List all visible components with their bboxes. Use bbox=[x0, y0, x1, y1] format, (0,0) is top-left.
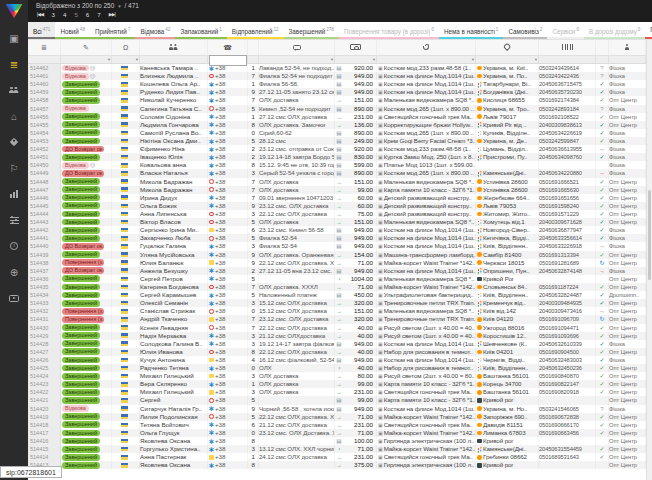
order-row[interactable]: 514440 ДО Возврат ок.. Гуцалюк Галина ∗+… bbox=[28, 242, 646, 250]
delivery-cell[interactable]: Опришени, Пун.. bbox=[476, 267, 539, 275]
order-row[interactable]: 514424 Завершений Михаил Гилецький +38 3… bbox=[28, 372, 646, 380]
order-row[interactable]: 514419 Завершений Лилия Подолинская +38 … bbox=[28, 413, 646, 421]
phone-cell[interactable]: ∗+38 bbox=[208, 80, 248, 88]
order-comment[interactable]: 23.12 смс. ОЛХ доставка bbox=[259, 202, 335, 210]
product-cell[interactable]: ▣Маленькая видеокамера SQ8 *.. bbox=[377, 96, 476, 104]
customer-name[interactable]: Радченко Тетяна bbox=[140, 364, 208, 372]
order-row[interactable]: 514457 Відмова Сапегина Татьяна С.. +38 … bbox=[28, 105, 646, 113]
column-filter-total[interactable]: ▾ bbox=[335, 56, 377, 63]
delivery-cell[interactable]: Камянське(Дні.. bbox=[476, 169, 539, 177]
delivery-cell[interactable]: Шевченкове (К.. bbox=[476, 340, 539, 348]
status-cell[interactable]: Завершений bbox=[61, 186, 112, 194]
order-row[interactable]: 514445 Завершений Ольга Божик ∗+38 9 23.… bbox=[28, 202, 646, 210]
tab-Нема в наявності[interactable]: Нема в наявності1 bbox=[439, 22, 503, 39]
phone-cell[interactable]: +38 bbox=[208, 413, 248, 421]
product-cell[interactable]: ▣Платье Мод 1013 (1шт. х 599.00.. bbox=[377, 161, 476, 169]
delivery-cell[interactable]: Камянське(Дні.. bbox=[476, 445, 539, 453]
product-cell[interactable]: ▣Костюм на флисе Мод.1014 (1ш.. bbox=[377, 72, 476, 80]
order-comment[interactable]: 22.12 смс ОЛХ доставка bbox=[259, 324, 335, 332]
product-cell[interactable]: ▣Костюм на флисе Мод.1014 (1ш.. bbox=[377, 405, 476, 413]
status-cell[interactable]: Завершений bbox=[61, 413, 112, 421]
filter-dropdown-icon[interactable]: ▾ bbox=[331, 56, 333, 64]
order-row[interactable]: 514413 Завершений Яковлева Оксана ∗+38 8… bbox=[28, 461, 646, 469]
product-cell[interactable]: ▣Набор для рисования в темнот.. bbox=[377, 348, 476, 356]
order-row[interactable]: 514439 Завершений Уляна Мусійовська ∗+38… bbox=[28, 251, 646, 259]
order-row[interactable]: 514438 Повернення (з.. Юлия Баланюк +38 … bbox=[28, 259, 646, 267]
phone-cell[interactable]: +38 bbox=[208, 453, 248, 461]
phone-cell[interactable]: ∗+38 bbox=[208, 96, 248, 104]
delivery-cell[interactable]: Баштанка 56101 bbox=[476, 388, 539, 396]
customer-name[interactable]: Ольга Глущук bbox=[140, 429, 208, 437]
phone-cell[interactable]: ∗+38 bbox=[208, 161, 248, 169]
product-cell[interactable]: ▣Рисуй светом (1шт. х 40.00 = 40.. bbox=[377, 324, 476, 332]
tracking-number[interactable]: 0501690822147 bbox=[539, 380, 596, 388]
phone-cell[interactable]: ∗+38 bbox=[208, 121, 248, 129]
status-cell[interactable]: Завершений bbox=[61, 429, 112, 437]
order-row[interactable]: 514414 Завершений Анна Пастернак +38 1 2… bbox=[28, 453, 646, 461]
tracking-number[interactable]: 0503242599847 bbox=[539, 137, 596, 145]
customer-name[interactable]: Яковлева Оксана bbox=[140, 437, 208, 445]
status-cell[interactable]: Завершений bbox=[61, 324, 112, 332]
phone-cell[interactable]: ∗+38 bbox=[208, 445, 248, 453]
status-cell[interactable]: ДО Возврат ок.. bbox=[61, 267, 112, 275]
tracking-number[interactable]: 20450634098760 bbox=[539, 153, 596, 161]
column-header-order-id[interactable]: ≣ bbox=[28, 40, 61, 55]
order-comment[interactable]: 13.12 смс ОЛХ. ХХЛ чорний bbox=[259, 445, 335, 453]
customer-name[interactable]: Сергей bbox=[140, 396, 208, 404]
app-logo-icon[interactable] bbox=[6, 4, 23, 18]
tracking-number[interactable]: 0501691598240 bbox=[539, 202, 596, 210]
phone-cell[interactable]: ∗+38 bbox=[208, 291, 248, 299]
status-cell[interactable]: ДО Возврат ок.. bbox=[61, 169, 112, 177]
order-comment[interactable]: ОЛХ доставка bbox=[259, 372, 335, 380]
status-cell[interactable]: Завершений bbox=[61, 153, 112, 161]
product-cell[interactable]: ▣Костюм мод.265 (1шт. х 890.00 .. bbox=[377, 105, 476, 113]
tracking-number[interactable]: 0501692108522 bbox=[539, 113, 596, 121]
order-comment[interactable]: Чорний ,56-58 , хотела исключ.. bbox=[259, 405, 335, 413]
customer-name[interactable]: Єфименко Ніна bbox=[140, 145, 208, 153]
phone-cell[interactable]: ∗+38 bbox=[208, 153, 248, 161]
order-comment[interactable]: 23.12 смс. отправка от Сокол.. bbox=[259, 145, 335, 153]
sidebar-item-info[interactable] bbox=[0, 233, 28, 259]
product-cell[interactable]: ▣Майка-корсет Waist Trainer *142.. bbox=[377, 283, 476, 291]
phone-cell[interactable]: +38 bbox=[208, 105, 248, 113]
sidebar-item-statistics[interactable] bbox=[0, 181, 28, 207]
product-cell[interactable]: ▣Светящийся гоночный трек Ma.. bbox=[377, 453, 476, 461]
order-comment[interactable]: Наложенный платеж bbox=[259, 291, 335, 299]
column-filter-comment[interactable]: ▾ bbox=[259, 56, 335, 63]
order-row[interactable]: 514430 Завершений Ксенія Левадняя +38 7 … bbox=[28, 324, 646, 332]
phone-cell[interactable]: ∗+38 bbox=[208, 202, 248, 210]
delivery-cell[interactable]: Куликів, Відділе.. bbox=[476, 129, 539, 137]
product-cell[interactable]: ▣Машина-трансформер ламборд.. bbox=[377, 251, 476, 259]
product-cell[interactable]: ▣Маленькая видеокамера SQ8 *.. bbox=[377, 178, 476, 186]
order-comment[interactable]: ОЛХ доставка bbox=[259, 96, 335, 104]
delivery-cell[interactable] bbox=[476, 161, 539, 169]
order-row[interactable]: 514437 ДО Возврат ок.. Анжела Безушку ∗+… bbox=[28, 267, 646, 275]
order-row[interactable]: 514441 Завершений Захарченко Люба +38 5 … bbox=[28, 234, 646, 242]
delivery-cell[interactable]: Київ від.142 bbox=[476, 307, 539, 315]
product-cell[interactable]: ▣Крем Goqi Berry Facial Cream *3.. bbox=[377, 137, 476, 145]
phone-cell[interactable]: +38 bbox=[208, 388, 248, 396]
delivery-cell[interactable]: Новгород-Сівер.. bbox=[476, 226, 539, 234]
customer-name[interactable]: Михаил Гилецький bbox=[140, 372, 208, 380]
delivery-cell[interactable]: Київ 04120 bbox=[476, 315, 539, 323]
order-comment[interactable]: 22.12 смс ОЛХ доставка. ХХХЛ bbox=[259, 413, 335, 421]
order-row[interactable]: 514427 Завершений Юлия Иванова +38 8 22.… bbox=[28, 348, 646, 356]
delivery-cell[interactable]: Пристроми, Пу.. bbox=[476, 153, 539, 161]
customer-name[interactable]: Захарченко Люба bbox=[140, 234, 208, 242]
customer-name[interactable]: Надія Мерзаєва bbox=[140, 332, 208, 340]
product-cell[interactable]: ▣Майка-корсет Waist Trainer *142.. bbox=[377, 429, 476, 437]
order-comment[interactable]: 16.12 смс фіалковий, 52-54 bbox=[259, 356, 335, 364]
order-comment[interactable]: 15.12 смс ОЛХ доставка bbox=[259, 299, 335, 307]
phone-cell[interactable]: ∗+38 bbox=[208, 364, 248, 372]
first-page-button[interactable]: |◀◀ bbox=[37, 12, 43, 17]
customer-name[interactable]: Анна Липенська bbox=[140, 210, 208, 218]
order-comment[interactable]: ОЛХ доставка bbox=[259, 186, 335, 194]
status-cell[interactable]: Завершений bbox=[61, 218, 112, 226]
tracking-number[interactable]: 0501690840870 bbox=[539, 372, 596, 380]
tracking-number[interactable] bbox=[539, 275, 596, 283]
tab-Сервіси[interactable]: Сервіси0 bbox=[547, 22, 584, 39]
status-cell[interactable]: Повернення (з.. bbox=[61, 259, 112, 267]
product-cell[interactable]: ▣Детский развивающий констру.. bbox=[377, 210, 476, 218]
sidebar-item-campaigns[interactable]: ⚐ bbox=[0, 155, 28, 181]
status-cell[interactable]: Завершений bbox=[61, 445, 112, 453]
